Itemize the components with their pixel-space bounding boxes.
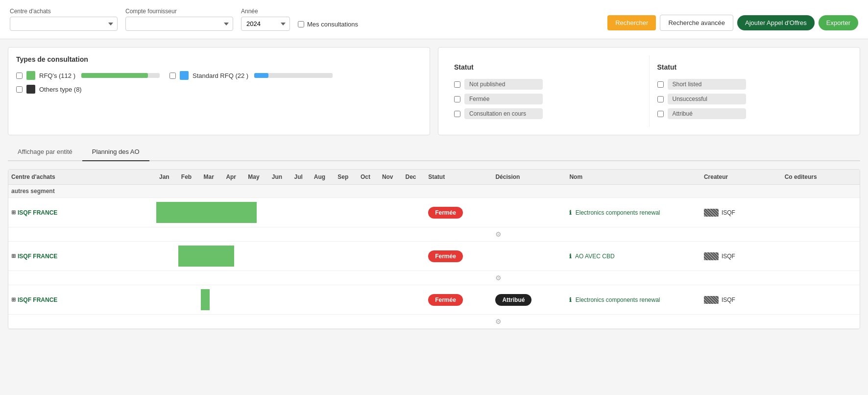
statut-cell-3: Fermée [425, 285, 492, 315]
statut-right-panel: Statut Short listed Unsuccessful Attribu… [649, 55, 852, 127]
gantt-oct-1 [358, 198, 379, 227]
createur-cell-3: ISQF [701, 285, 782, 315]
statut-attribue-cb[interactable] [657, 111, 664, 117]
info-icon-1: ℹ [569, 209, 572, 216]
gantt-fill-jan-1 [156, 202, 178, 223]
gear-icon-1[interactable]: ⚙ [495, 230, 502, 238]
types-panel-title: Types de consultation [16, 55, 422, 63]
rfqs-bar [81, 73, 160, 78]
scrollbar-cell-2 [849, 242, 860, 271]
creator-avatar-2 [704, 252, 719, 260]
gantt-jun-1 [269, 198, 291, 227]
centre-select[interactable] [10, 17, 118, 31]
entity-name-3: ISQF FRANCE [18, 296, 57, 303]
th-dec: Dec [402, 170, 425, 185]
nom-text-3[interactable]: Electronics components renewal [576, 296, 660, 303]
statut-cell-1: Fermée [425, 198, 492, 227]
segment-label: autres segment [8, 185, 860, 198]
advanced-search-button[interactable]: Recherche avancée [660, 15, 733, 31]
view-tabs: Affichage par entité Planning des AO [8, 143, 860, 161]
statut-short-listed: Short listed [657, 79, 844, 90]
gantt-aug-3 [311, 285, 335, 315]
table-row: ⊞ ISQF FRANCE [8, 285, 860, 315]
statut-consultation-cb[interactable] [454, 111, 460, 117]
creator-name-1: ISQF [722, 209, 735, 216]
creator-name-2: ISQF [722, 253, 735, 260]
tab-affichage[interactable]: Affichage par entité [8, 143, 82, 161]
gantt-dec-3 [402, 285, 425, 315]
table-header-row: Centre d'achats Jan Feb Mar Apr May Jun … [8, 170, 860, 185]
annee-select[interactable]: 2024 2023 2025 [241, 17, 290, 31]
gantt-fill-apr-2 [223, 246, 234, 267]
nom-cell-1: ℹ Electronics components renewal [566, 198, 701, 227]
statut-left-list: Not published Fermée Consultation en cou… [454, 79, 641, 119]
gantt-dec-1 [402, 198, 425, 227]
statut-not-published-cb[interactable] [454, 81, 460, 88]
status-badge-2: Fermée [428, 250, 463, 262]
expand-icon-3[interactable]: ⊞ [11, 296, 16, 303]
gantt-jan-3 [156, 285, 178, 315]
gantt-jun-3 [269, 285, 291, 315]
compte-field: Compte fournisseur [125, 8, 233, 31]
creator-name-3: ISQF [722, 296, 735, 303]
statut-cell-2: Fermée [425, 242, 492, 271]
expand-icon-2[interactable]: ⊞ [11, 253, 16, 259]
rfqs-bar-fill [81, 73, 148, 78]
tab-planning[interactable]: Planning des AO [82, 143, 149, 161]
entity-name-1: ISQF FRANCE [18, 209, 57, 216]
add-appel-button[interactable]: Ajouter Appel d'Offres [737, 15, 815, 30]
table-row: ⊞ ISQF FRANCE [8, 242, 860, 271]
mes-consultations-group: Mes consultations [298, 21, 358, 28]
statut-short-listed-cb[interactable] [657, 81, 664, 88]
top-bar: Centre d'achats Compte fournisseur Année… [0, 0, 868, 39]
coediteurs-cell-1 [782, 198, 849, 227]
creator-avatar-3 [704, 296, 719, 304]
gantt-aug-2 [311, 242, 335, 271]
annee-label: Année [241, 8, 290, 15]
statut-fermee: Fermée [454, 94, 641, 104]
statut-panels: Statut Not published Fermée Consultation… [438, 47, 860, 135]
export-button[interactable]: Exporter [819, 15, 858, 30]
statut-unsuccessful-cb[interactable] [657, 96, 664, 102]
info-icon-2: ℹ [569, 253, 572, 260]
gear-icon-3[interactable]: ⚙ [495, 318, 502, 325]
status-badge-1: Fermée [428, 207, 463, 219]
status-badge-3: Fermée [428, 294, 463, 306]
th-statut: Statut [425, 170, 492, 185]
type-rfqs-checkbox[interactable] [16, 73, 23, 79]
gantt-aug-1 [311, 198, 335, 227]
gantt-oct-3 [358, 285, 379, 315]
others-color-box [26, 85, 35, 94]
th-apr: Apr [223, 170, 245, 185]
nom-text-2[interactable]: AO AVEC CBD [575, 253, 614, 260]
filter-panels: Types de consultation RFQ's (112 ) Stand… [8, 47, 860, 135]
gantt-apr-2 [223, 242, 245, 271]
gantt-fill-may-1 [245, 202, 257, 223]
gear-row-1: ⚙ [8, 227, 860, 242]
gear-icon-2[interactable]: ⚙ [495, 274, 502, 282]
createur-cell-1: ISQF [701, 198, 782, 227]
statut-left-panel: Statut Not published Fermée Consultation… [446, 55, 649, 127]
th-decision: Décision [492, 170, 566, 185]
gantt-jan-1 [156, 198, 178, 227]
th-aug: Aug [311, 170, 335, 185]
gantt-fill-mar-2 [201, 246, 223, 267]
th-feb: Feb [178, 170, 201, 185]
nom-text-1[interactable]: Electronics components renewal [576, 209, 660, 216]
gantt-dec-2 [402, 242, 425, 271]
gantt-fill-feb-2 [178, 246, 201, 267]
type-standard-checkbox[interactable] [169, 73, 176, 79]
search-button[interactable]: Rechercher [607, 15, 656, 30]
segment-row: autres segment [8, 185, 860, 198]
type-others-checkbox[interactable] [16, 86, 23, 93]
compte-select[interactable] [125, 17, 233, 31]
th-nom: Nom [566, 170, 701, 185]
gantt-oct-2 [358, 242, 379, 271]
th-nov: Nov [379, 170, 403, 185]
expand-icon-1[interactable]: ⊞ [11, 209, 16, 216]
gantt-may-2 [245, 242, 269, 271]
gantt-nov-3 [379, 285, 403, 315]
mes-consultations-checkbox[interactable] [298, 21, 304, 27]
gantt-sep-1 [335, 198, 358, 227]
statut-fermee-cb[interactable] [454, 96, 460, 102]
